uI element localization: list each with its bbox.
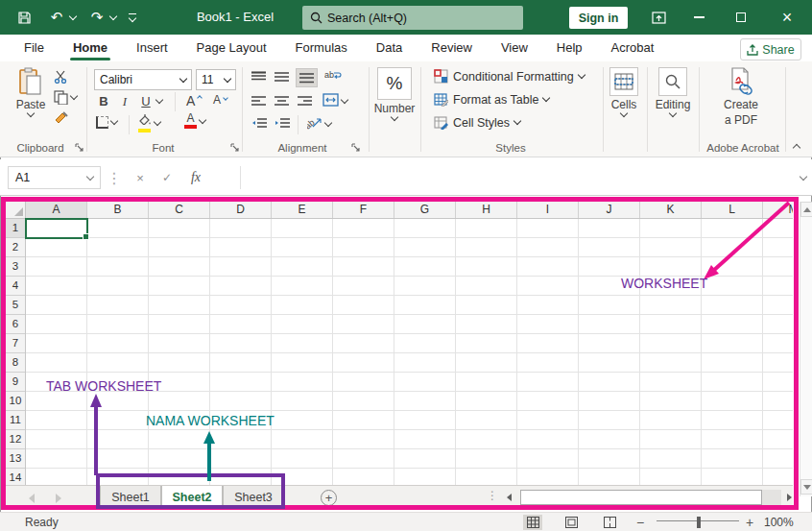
number-format-button[interactable]: % Number bbox=[376, 67, 413, 120]
bold-button[interactable]: B bbox=[96, 94, 111, 109]
fill-color-button[interactable] bbox=[138, 114, 160, 133]
row-header-3[interactable]: 3 bbox=[6, 257, 25, 277]
column-header-m[interactable]: M bbox=[763, 202, 793, 219]
row-header-4[interactable]: 4 bbox=[6, 277, 25, 296]
format-painter-button[interactable] bbox=[54, 111, 69, 126]
scroll-up-button[interactable] bbox=[800, 202, 812, 217]
maximize-button[interactable] bbox=[722, 0, 760, 35]
row-header-7[interactable]: 7 bbox=[6, 334, 25, 353]
formula-bar-grip[interactable]: ⋮ bbox=[109, 166, 119, 189]
undo-dropdown[interactable] bbox=[67, 0, 79, 35]
column-header-g[interactable]: G bbox=[394, 202, 456, 219]
row-header-8[interactable]: 8 bbox=[6, 353, 25, 373]
new-sheet-button[interactable]: + bbox=[321, 490, 337, 506]
ribbon-tab-page-layout[interactable]: Page Layout bbox=[182, 35, 281, 61]
insert-function-button[interactable]: fx bbox=[184, 166, 207, 189]
sign-in-button[interactable]: Sign in bbox=[569, 7, 628, 29]
conditional-formatting-button[interactable]: Conditional Formatting bbox=[434, 69, 585, 84]
column-header-c[interactable]: C bbox=[149, 202, 210, 219]
scroll-right-button[interactable] bbox=[781, 490, 797, 505]
minimize-button[interactable] bbox=[680, 0, 718, 35]
row-header-1[interactable]: 1 bbox=[6, 219, 25, 238]
zoom-level-label[interactable]: 100% bbox=[764, 516, 794, 529]
column-header-a[interactable]: A bbox=[26, 202, 87, 219]
redo-dropdown[interactable] bbox=[107, 0, 119, 35]
font-color-button[interactable]: A bbox=[184, 113, 205, 129]
format-as-table-button[interactable]: Format as Table bbox=[434, 92, 549, 107]
ribbon-tab-review[interactable]: Review bbox=[417, 35, 487, 61]
enter-button[interactable]: ✓ bbox=[155, 166, 179, 189]
scroll-left-button[interactable] bbox=[501, 490, 516, 505]
merge-center-button[interactable] bbox=[322, 93, 347, 109]
ribbon-tab-formulas[interactable]: Formulas bbox=[281, 35, 362, 61]
horizontal-scrollbar-thumb[interactable] bbox=[520, 490, 762, 505]
column-header-f[interactable]: F bbox=[333, 202, 394, 219]
expand-formula-bar-button[interactable] bbox=[797, 166, 810, 189]
editing-button[interactable]: Editing bbox=[653, 67, 693, 116]
top-align-button[interactable] bbox=[251, 71, 266, 83]
formula-input[interactable] bbox=[240, 166, 793, 189]
ribbon-tab-help[interactable]: Help bbox=[542, 35, 597, 61]
share-button[interactable]: Share bbox=[740, 38, 801, 60]
bottom-align-button[interactable] bbox=[296, 68, 318, 87]
search-input[interactable]: Search (Alt+Q) bbox=[302, 6, 523, 30]
ribbon-tab-acrobat[interactable]: Acrobat bbox=[597, 35, 669, 61]
align-right-button[interactable] bbox=[298, 95, 312, 107]
next-sheet-button[interactable] bbox=[56, 494, 61, 503]
font-size-select[interactable]: 11 bbox=[196, 69, 236, 90]
save-button[interactable] bbox=[12, 0, 36, 35]
normal-view-button[interactable] bbox=[523, 515, 542, 530]
zoom-out-button[interactable]: − bbox=[636, 515, 644, 530]
alignment-dialog-launcher[interactable] bbox=[351, 143, 361, 153]
paste-button[interactable]: Paste bbox=[10, 67, 52, 116]
align-center-button[interactable] bbox=[275, 95, 289, 107]
ribbon-tab-view[interactable]: View bbox=[487, 35, 542, 61]
column-header-l[interactable]: L bbox=[702, 202, 763, 219]
horizontal-scrollbar-track[interactable] bbox=[762, 490, 781, 505]
row-header-11[interactable]: 11 bbox=[6, 411, 25, 430]
ribbon-tab-home[interactable]: Home bbox=[59, 35, 122, 61]
ribbon-tab-insert[interactable]: Insert bbox=[122, 35, 182, 61]
wrap-text-button[interactable]: ab bbox=[324, 69, 342, 85]
page-break-preview-button[interactable] bbox=[600, 515, 619, 530]
row-header-13[interactable]: 13 bbox=[6, 449, 25, 469]
column-header-h[interactable]: H bbox=[456, 202, 517, 219]
column-header-k[interactable]: K bbox=[640, 202, 702, 219]
collapse-ribbon-button[interactable] bbox=[794, 140, 800, 154]
row-header-9[interactable]: 9 bbox=[6, 373, 25, 392]
sheet-tab-sheet3[interactable]: Sheet3 bbox=[223, 486, 284, 510]
row-header-5[interactable]: 5 bbox=[6, 296, 25, 315]
column-header-i[interactable]: I bbox=[517, 202, 579, 219]
font-family-select[interactable]: Calibri bbox=[94, 69, 192, 90]
row-header-6[interactable]: 6 bbox=[6, 315, 25, 334]
cut-button[interactable] bbox=[54, 70, 68, 84]
row-header-12[interactable]: 12 bbox=[6, 430, 25, 449]
increase-font-size-button[interactable]: A bbox=[186, 93, 202, 109]
vertical-scrollbar[interactable] bbox=[800, 202, 812, 496]
customize-quick-access-toolbar-button[interactable] bbox=[125, 0, 140, 35]
italic-button[interactable]: I bbox=[117, 94, 132, 109]
cancel-button[interactable]: × bbox=[129, 166, 152, 189]
cells-button[interactable]: Cells bbox=[607, 67, 641, 116]
close-button[interactable]: × bbox=[768, 0, 806, 35]
create-pdf-button[interactable]: Create a PDF bbox=[712, 67, 770, 127]
sheet-tab-sheet1[interactable]: Sheet1 bbox=[100, 486, 161, 510]
clipboard-dialog-launcher[interactable] bbox=[75, 143, 84, 153]
column-header-b[interactable]: B bbox=[87, 202, 149, 219]
borders-button[interactable] bbox=[96, 116, 117, 129]
copy-button[interactable] bbox=[54, 90, 77, 105]
zoom-slider-thumb[interactable] bbox=[697, 517, 701, 528]
orientation-button[interactable]: ab bbox=[307, 115, 331, 133]
decrease-indent-button[interactable] bbox=[251, 117, 267, 129]
row-header-2[interactable]: 2 bbox=[6, 238, 25, 257]
underline-button[interactable]: U bbox=[138, 94, 162, 109]
column-header-j[interactable]: J bbox=[579, 202, 640, 219]
tab-split-grip[interactable]: ⋮ bbox=[487, 489, 497, 502]
zoom-in-button[interactable]: + bbox=[746, 515, 753, 530]
undo-button[interactable]: ↶ bbox=[46, 0, 67, 35]
sheet-tab-sheet2[interactable]: Sheet2 bbox=[161, 486, 223, 510]
row-header-10[interactable]: 10 bbox=[6, 392, 25, 411]
font-dialog-launcher[interactable] bbox=[230, 143, 240, 153]
column-header-d[interactable]: D bbox=[210, 202, 272, 219]
align-left-button[interactable] bbox=[251, 95, 266, 107]
